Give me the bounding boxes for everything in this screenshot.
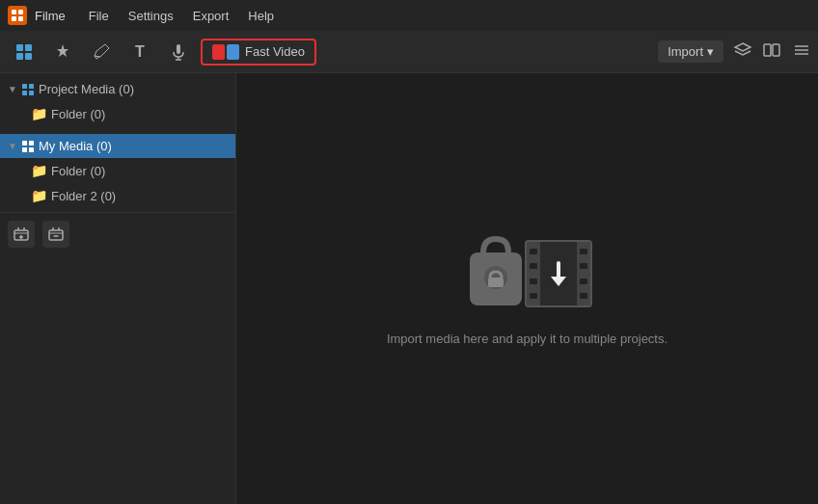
svg-rect-25	[49, 230, 63, 240]
media-tool-btn[interactable]	[8, 36, 41, 68]
my-folder2-item[interactable]: 📁 Folder 2 (0)	[0, 183, 235, 208]
menu-settings[interactable]: Settings	[121, 7, 181, 25]
film-right-side	[577, 242, 590, 305]
toolbar: T Fast Video Import ▾	[0, 31, 818, 73]
import-text: Import media here and apply it to multip…	[387, 332, 668, 346]
svg-rect-2	[12, 16, 16, 21]
svg-rect-0	[12, 10, 16, 14]
split-view-icon[interactable]	[762, 40, 781, 64]
film-hole	[580, 249, 587, 254]
svg-rect-4	[16, 44, 23, 51]
svg-rect-1	[18, 10, 23, 14]
text-icon: T	[135, 43, 145, 61]
fast-video-label: Fast Video	[245, 44, 305, 59]
svg-rect-12	[773, 44, 779, 56]
film-center	[540, 242, 577, 305]
svg-rect-5	[25, 44, 32, 51]
tree-section-mymedia: ▼ My Media (0) 📁 Folder (0) 📁 Folder 2 (…	[0, 130, 235, 212]
film-hole	[530, 279, 537, 284]
import-label: Import	[668, 44, 703, 59]
edit-tool-btn[interactable]	[85, 36, 118, 68]
remove-item-btn[interactable]	[42, 221, 69, 248]
menu-file[interactable]: File	[81, 7, 117, 25]
toolbar-right: Import ▾	[658, 40, 810, 64]
my-media-label: My Media (0)	[39, 139, 112, 153]
menu-export[interactable]: Export	[185, 7, 237, 25]
svg-rect-6	[16, 53, 23, 60]
film-hole	[580, 279, 587, 284]
svg-rect-23	[29, 147, 34, 152]
tree-section-project: ▼ Project Media (0) 📁 Folder (0)	[0, 73, 235, 130]
main: ▼ Project Media (0) 📁 Folder (0) ▼	[0, 73, 818, 504]
svg-rect-20	[22, 141, 27, 146]
titlebar: Filme File Settings Export Help	[0, 0, 818, 31]
import-icon-container	[462, 231, 592, 316]
grid-icon-mymedia	[21, 140, 35, 153]
menu-help[interactable]: Help	[240, 7, 282, 25]
arrow-head	[551, 277, 566, 286]
project-folder-item[interactable]: 📁 Folder (0)	[0, 101, 235, 126]
my-folder1-item[interactable]: 📁 Folder (0)	[0, 158, 235, 183]
effects-tool-btn[interactable]	[46, 36, 79, 68]
svg-rect-3	[18, 16, 23, 21]
svg-rect-19	[29, 91, 34, 95]
project-media-item[interactable]: ▼ Project Media (0)	[0, 77, 235, 101]
svg-rect-7	[25, 53, 32, 60]
folder-icon-myfolder2: 📁	[31, 188, 47, 203]
project-media-label: Project Media (0)	[39, 82, 134, 96]
audio-tool-btn[interactable]	[162, 36, 195, 68]
fast-video-icon	[212, 44, 239, 60]
svg-rect-28	[488, 278, 504, 287]
menu-bar: File Settings Export Help	[81, 7, 282, 25]
svg-rect-17	[29, 84, 34, 89]
down-arrow-icon	[544, 259, 573, 288]
layers-icon[interactable]	[733, 40, 752, 64]
film-hole	[530, 293, 537, 299]
svg-rect-16	[22, 84, 27, 89]
fast-video-btn[interactable]: Fast Video	[201, 39, 316, 66]
import-btn[interactable]: Import ▾	[658, 40, 723, 63]
svg-rect-11	[764, 44, 771, 56]
svg-rect-21	[29, 141, 34, 146]
svg-rect-8	[177, 44, 180, 54]
expand-arrow-project: ▼	[8, 84, 17, 94]
grid-icon-project	[21, 83, 35, 96]
app-title: Filme	[35, 9, 66, 23]
sidebar-actions	[0, 212, 235, 255]
svg-rect-18	[22, 91, 27, 95]
film-hole	[580, 263, 587, 269]
content-area: Import media here and apply it to multip…	[236, 73, 818, 504]
project-folder-label: Folder (0)	[51, 107, 105, 121]
film-import-icon	[525, 240, 592, 307]
import-dropdown-arrow: ▾	[707, 44, 714, 59]
svg-rect-22	[22, 147, 27, 152]
sidebar: ▼ Project Media (0) 📁 Folder (0) ▼	[0, 73, 236, 504]
list-icon[interactable]	[791, 40, 810, 64]
film-hole	[530, 249, 537, 254]
folder-icon-project: 📁	[31, 106, 47, 121]
my-folder1-label: Folder (0)	[51, 164, 105, 178]
folder-icon-myfolder1: 📁	[31, 163, 47, 178]
my-folder2-label: Folder 2 (0)	[51, 189, 116, 203]
my-media-item[interactable]: ▼ My Media (0)	[0, 134, 235, 158]
app-logo	[8, 6, 27, 25]
add-folder-btn[interactable]	[8, 221, 35, 248]
bag-icon	[462, 231, 530, 313]
film-hole	[530, 263, 537, 269]
film-hole	[580, 293, 587, 299]
expand-arrow-mymedia: ▼	[8, 141, 17, 151]
text-tool-btn[interactable]: T	[123, 36, 156, 68]
